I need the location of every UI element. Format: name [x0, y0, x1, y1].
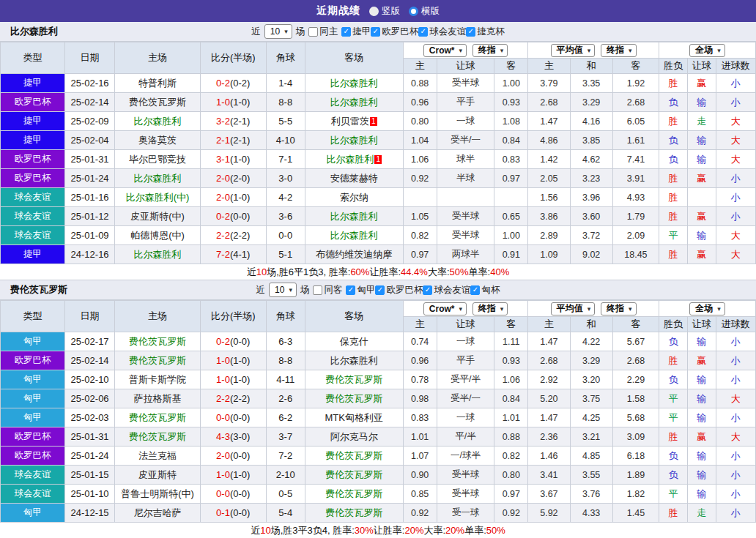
away-team-name: 保克什 — [340, 336, 368, 347]
checkbox-checked-icon[interactable]: ✓ — [341, 27, 351, 37]
fulltime-score: 0-0 — [216, 488, 230, 499]
match-row: 捷甲25-02-16特普利斯0-2(0-2)1-4比尔森胜利0.88受半球1.0… — [1, 74, 756, 93]
league-filter[interactable]: ✓球会友谊 — [423, 284, 470, 296]
league-badge: 球会友谊 — [1, 226, 65, 245]
col-score: 比分(半场) — [200, 301, 266, 332]
crow-odds: 1.06 — [494, 370, 528, 389]
layout-vertical-option[interactable]: 竖版 — [369, 5, 400, 18]
crow-odds: 0.88 — [403, 74, 437, 93]
result-text: 胜 — [669, 211, 678, 222]
halftime-score: (1-0) — [230, 469, 250, 480]
crow-odds: 受平/半 — [437, 370, 494, 389]
league-filter[interactable]: ✓捷克杯 — [466, 26, 505, 38]
crow-final-select[interactable]: 终指▾ — [472, 44, 508, 57]
league-filter-label: 球会友谊 — [434, 284, 470, 296]
home-team: 特普利斯 — [115, 74, 200, 93]
summary-row-2: 近10场,胜3平3负4, 胜率:30% 让胜率:20% 大率:20% 单率:50… — [0, 523, 756, 538]
match-row: 球会友谊25-01-12皮亚斯特(中)0-2(0-0)3-6比尔森胜利1.05受… — [1, 207, 756, 226]
avg-final-select[interactable]: 终指▾ — [601, 44, 637, 57]
checkbox-checked-icon[interactable]: ✓ — [418, 27, 428, 37]
match-date: 25-02-16 — [64, 74, 114, 93]
avg-odds: 3.23 — [570, 169, 612, 188]
home-team: 帕德博恩(中) — [115, 226, 200, 245]
result-cell: 赢 — [687, 351, 716, 370]
result-text: 大 — [731, 154, 741, 165]
subcol-handicap-result: 让球 — [687, 317, 716, 332]
league-filter[interactable]: ✓欧罗巴杯 — [375, 284, 423, 296]
checkbox-checked-icon[interactable]: ✓ — [423, 285, 432, 295]
avg-select[interactable]: 平均值▾ — [551, 302, 596, 315]
league-filter[interactable]: ✓球会友谊 — [418, 26, 466, 38]
crow-final-value: 终指 — [478, 44, 496, 56]
league-filter[interactable]: ✓欧罗巴杯 — [371, 26, 418, 38]
checkbox-unchecked-icon[interactable] — [308, 27, 318, 37]
crow-select[interactable]: Crow*▾ — [423, 44, 467, 57]
col-score: 比分(半场) — [200, 42, 266, 74]
avg-final-select[interactable]: 终指▾ — [601, 302, 637, 315]
col-date: 日期 — [64, 42, 114, 74]
league-filter[interactable]: ✓匈甲 — [346, 284, 375, 296]
away-team: 安德莱赫特 — [305, 169, 403, 188]
match-date: 25-01-16 — [64, 188, 114, 207]
league-filter-label: 捷甲 — [352, 26, 371, 38]
avg-select[interactable]: 平均值▾ — [551, 44, 596, 57]
away-team: 比尔森胜利1 — [305, 150, 403, 169]
match-row: 球会友谊25-01-16比尔森胜利(中)2-0(1-0)4-2索尔纳1.563.… — [1, 188, 756, 207]
halftime-score: (0-0) — [230, 336, 250, 347]
crow-final-select[interactable]: 终指▾ — [472, 302, 508, 315]
checkbox-checked-icon[interactable]: ✓ — [375, 285, 385, 295]
crow-odds: 0.97 — [403, 245, 437, 264]
crow-odds: 0.78 — [403, 370, 437, 389]
avg-odds: 1.45 — [612, 504, 659, 523]
match-date: 25-02-10 — [64, 370, 114, 389]
radio-selected-icon[interactable] — [409, 7, 418, 16]
avg-odds: 2.09 — [612, 226, 659, 245]
same-venue-filter[interactable]: 同客 — [313, 284, 342, 296]
home-team-name: 毕尔巴鄂竞技 — [129, 154, 186, 165]
checkbox-unchecked-icon[interactable] — [313, 285, 322, 295]
match-count-select[interactable]: 10 ▾ — [269, 283, 297, 297]
filter-controls: 近 10 ▾ 场 同客 ✓匈甲✓欧罗巴杯✓球会友谊✓匈杯 — [256, 283, 500, 297]
crow-odds: 0.96 — [403, 93, 437, 112]
result-cell: 小 — [716, 447, 755, 466]
crow-select[interactable]: Crow*▾ — [423, 302, 467, 315]
checkbox-checked-icon[interactable]: ✓ — [346, 285, 355, 295]
chevron-down-icon: ▾ — [588, 47, 591, 54]
crow-odds: 0.82 — [494, 447, 528, 466]
avg-odds: 3.85 — [570, 131, 612, 150]
match-count-select[interactable]: 10 ▾ — [264, 24, 292, 39]
halftime-score: (0-2) — [230, 78, 250, 89]
avg-odds: 1.79 — [612, 207, 659, 226]
away-team: 利贝雷茨1 — [305, 112, 403, 131]
subcol-crow-handicap: 让球 — [437, 59, 494, 74]
checkbox-checked-icon[interactable]: ✓ — [466, 27, 475, 37]
fulltime-select[interactable]: 全场▾ — [689, 44, 725, 57]
result-text: 小 — [731, 488, 741, 499]
col-type: 类型 — [1, 301, 65, 332]
league-filter[interactable]: ✓捷甲 — [341, 26, 371, 38]
result-text: 大 — [731, 116, 741, 127]
match-date: 25-02-14 — [64, 93, 114, 112]
radio-unselected-icon[interactable] — [369, 7, 379, 16]
layout-horizontal-option[interactable]: 横版 — [409, 5, 440, 18]
crow-odds: 球半 — [437, 150, 494, 169]
layout-horizontal-label: 横版 — [421, 5, 440, 18]
crow-odds: 受半球 — [437, 466, 494, 485]
avg-odds: 4.85 — [570, 447, 612, 466]
checkbox-checked-icon[interactable]: ✓ — [470, 285, 480, 295]
league-filter[interactable]: ✓匈杯 — [470, 284, 500, 296]
same-venue-filter[interactable]: 同主 — [308, 26, 338, 38]
col-home: 主场 — [115, 42, 200, 74]
league-badge: 球会友谊 — [1, 207, 65, 226]
home-team-name: 萨拉格斯基 — [134, 393, 182, 404]
checkbox-checked-icon[interactable]: ✓ — [371, 27, 380, 37]
home-team: 比尔森胜利 — [115, 245, 200, 264]
fulltime-select[interactable]: 全场▾ — [689, 302, 725, 315]
layout-vertical-label: 竖版 — [382, 5, 400, 18]
avg-odds: 1.47 — [528, 332, 570, 351]
red-number-badge: 1 — [374, 155, 382, 164]
team-name: 费伦茨瓦罗斯 — [10, 283, 67, 296]
result-text: 大 — [731, 135, 741, 146]
avg-odds: 3.67 — [528, 485, 570, 504]
match-row: 欧罗巴杯25-02-14费伦茨瓦罗斯1-0(1-0)8-8比尔森胜利0.96平手… — [1, 93, 756, 112]
